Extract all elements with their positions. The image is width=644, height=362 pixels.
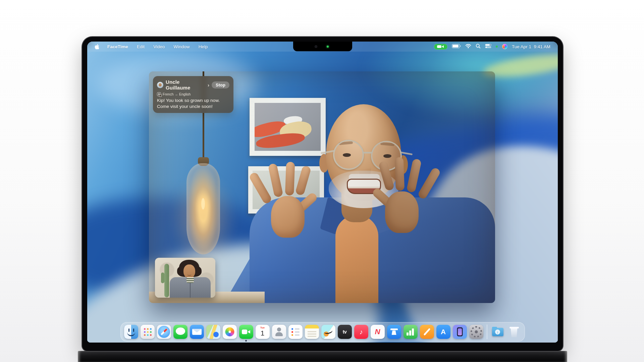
macbook-display: FaceTime Edit Video Window Help xyxy=(82,37,563,351)
dock-icon-reminders[interactable] xyxy=(288,325,303,339)
facetime-window[interactable]: Uncle Guillaume › Stop A French → Englis… xyxy=(149,71,495,303)
tv-glyph: tv xyxy=(338,325,352,339)
menu-bar-clock[interactable]: Tue Apr 1 9:41 AM xyxy=(512,44,550,49)
camera-active-led xyxy=(327,46,329,48)
dock-icon-settings[interactable] xyxy=(469,325,483,339)
dock-icon-appstore[interactable]: A xyxy=(436,325,450,339)
dock-icon-safari[interactable] xyxy=(157,325,171,339)
spotlight-search-icon[interactable] xyxy=(476,44,481,50)
display-notch xyxy=(293,42,352,51)
dock-icon-keynote[interactable] xyxy=(387,325,401,339)
uncle-orange-tee xyxy=(335,215,378,303)
launchpad-glyph xyxy=(144,328,146,330)
translation-route: French → English xyxy=(163,92,191,96)
dock-icon-launchpad[interactable] xyxy=(141,325,155,339)
dock-divider xyxy=(487,324,487,339)
apple-menu-icon[interactable] xyxy=(95,44,99,50)
dock-icon-trash[interactable] xyxy=(507,325,521,339)
dock-icon-pages[interactable] xyxy=(420,325,434,339)
calendar-weekday: Tue xyxy=(256,326,270,329)
dock-icon-numbers[interactable] xyxy=(404,325,418,339)
uncle-right-hand xyxy=(376,155,427,235)
appstore-glyph: A xyxy=(436,325,450,339)
dock-icon-messages[interactable] xyxy=(173,325,187,339)
pip-caller-face xyxy=(183,264,195,278)
macbook-base xyxy=(78,351,567,362)
wifi-icon[interactable] xyxy=(465,44,471,49)
translate-icon: A xyxy=(157,92,161,96)
music-glyph: ♪ xyxy=(354,325,368,339)
dock-icon-music[interactable]: ♪ xyxy=(354,325,368,339)
news-glyph: N xyxy=(371,325,385,339)
dock-icon-tv[interactable]: tv xyxy=(338,325,352,339)
notch-camera-lens xyxy=(315,45,317,48)
maps-glyph xyxy=(214,333,218,336)
downloads-glyph xyxy=(495,329,500,335)
menu-video[interactable]: Video xyxy=(153,44,165,49)
dock-icon-mail[interactable] xyxy=(190,325,204,339)
live-translation-overlay: Uncle Guillaume › Stop A French → Englis… xyxy=(153,76,233,113)
translated-message-line1: Kip! You look so grown up now. xyxy=(157,98,229,104)
dock-icon-freeform[interactable] xyxy=(321,325,335,339)
pip-cactus xyxy=(164,264,169,297)
menu-window[interactable]: Window xyxy=(174,44,190,49)
caller-name[interactable]: Uncle Guillaume xyxy=(166,79,205,90)
dock-icon-photos[interactable] xyxy=(223,325,237,339)
stop-translation-button[interactable]: Stop xyxy=(212,81,229,88)
siri-apple-intelligence-icon[interactable] xyxy=(502,44,507,49)
dock-icon-iphone-mirroring[interactable] xyxy=(453,325,467,339)
safari-glyph xyxy=(160,328,167,336)
menu-edit[interactable]: Edit xyxy=(137,44,145,49)
uncle-glasses xyxy=(333,140,364,170)
dock-icon-calendar[interactable]: Tue1 xyxy=(256,325,270,339)
recording-indicator-dot xyxy=(496,46,498,48)
menu-facetime[interactable]: FaceTime xyxy=(107,44,128,49)
menu-help[interactable]: Help xyxy=(199,44,208,49)
dock-icon-maps[interactable] xyxy=(206,325,220,339)
dock: Tue1tv♪NA xyxy=(120,322,525,342)
numbers-glyph xyxy=(412,328,414,336)
dock-icon-downloads[interactable] xyxy=(491,325,505,339)
dock-icon-notes[interactable] xyxy=(305,325,319,339)
uncle-left-hand xyxy=(263,159,313,240)
dock-icon-finder[interactable] xyxy=(124,325,138,339)
translated-message-line2: Come visit your uncle soon! xyxy=(157,104,229,110)
dock-icon-facetime[interactable] xyxy=(239,325,253,339)
caller-avatar xyxy=(157,82,163,88)
battery-icon[interactable] xyxy=(452,44,461,49)
chevron-right-icon[interactable]: › xyxy=(208,82,209,88)
marketing-stage: FaceTime Edit Video Window Help xyxy=(0,0,644,362)
self-view-pip[interactable] xyxy=(155,258,215,298)
camera-active-pill-icon[interactable] xyxy=(434,44,447,50)
dock-icon-contacts[interactable] xyxy=(272,325,286,339)
finder-glyph xyxy=(128,328,129,332)
control-center-icon[interactable] xyxy=(485,44,491,49)
calendar-day: 1 xyxy=(256,329,270,337)
running-indicator xyxy=(245,340,247,342)
dock-icon-news[interactable]: N xyxy=(371,325,385,339)
macos-desktop: FaceTime Edit Video Window Help xyxy=(87,42,558,343)
